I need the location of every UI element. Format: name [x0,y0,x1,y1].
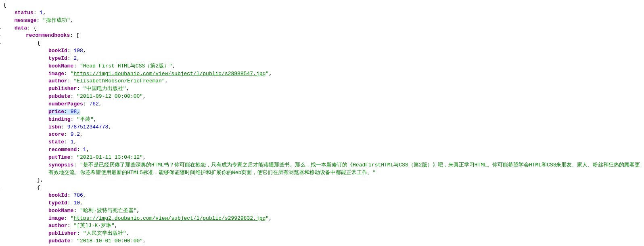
json-value: 2021-01-11 13:04:12 [77,154,143,160]
json-key: bookName [48,208,73,214]
json-key: putTime [48,154,71,160]
json-line: - recommendbooks: [ [3,32,641,40]
json-line: message: 操作成功, [3,17,641,25]
collapse-toggle-icon[interactable]: - [0,184,2,192]
collapse-toggle-icon[interactable]: - [0,25,2,32]
json-value: 9787512344778 [67,124,108,130]
json-value: 762 [89,101,98,107]
json-line: bookId: 198, [3,47,641,55]
json-key: recommend [48,147,77,153]
json-line: }, [3,177,641,184]
json-line: image: "https://img2.doubanio.com/view/s… [3,215,641,223]
json-value: 是不是已经厌倦了那些深奥的HTML书？你可能在抱怨，只有成为专家之后才能读懂那些… [48,162,640,176]
json-line: recommend: 1, [3,146,641,154]
collapse-toggle-icon[interactable]: - [0,32,2,40]
json-line: isbn: 9787512344778, [3,124,641,131]
json-value: 198 [73,48,83,54]
image-url-link[interactable]: https://img1.doubanio.com/view/subject/l… [73,71,266,77]
json-line: pubdate: 2018-10-01 00:00:00, [3,238,641,245]
json-line: synopsis: 是不是已经厌倦了那些深奥的HTML书？你可能在抱怨，只有成为… [3,162,641,177]
json-value: 98 [71,109,77,115]
json-key: synopsis [48,162,73,168]
json-value: 9.2 [71,131,80,137]
json-line: numberPages: 762, [3,101,641,108]
json-key: isbn [48,124,61,130]
json-key: typeId [48,200,67,206]
json-line: score: 9.2, [3,131,641,139]
json-key: image [48,215,64,221]
json-key: score [48,131,64,137]
json-key: state [48,139,64,145]
json-key: numberPages [48,101,83,107]
json-value: [英]J·K·罗琳 [73,223,114,229]
json-line: bookName: Head First HTML与CSS（第2版）, [3,63,641,70]
json-line: - { [3,40,641,47]
json-value: 2018-10-01 00:00:00 [77,238,143,244]
json-key: bookId [48,48,67,54]
json-key: message [15,17,37,23]
json-key: status [15,10,33,16]
json-line: - { [3,184,641,192]
json-value: 平装 [77,116,94,122]
json-key: price [48,109,64,115]
json-line: bookName: 哈利·波特与死亡圣器, [3,207,641,215]
json-line-highlighted: price: 98, [3,108,641,116]
json-line: author: ElisabethRobson/EricFreeman, [3,78,641,85]
json-value: 2011-09-12 00:00:00 [77,93,143,99]
json-value: 操作成功 [43,17,70,23]
json-key: pubdate [48,238,71,244]
json-line: binding: 平装, [3,116,641,124]
json-line: state: 1, [3,139,641,146]
json-line: image: "https://img1.doubanio.com/view/s… [3,70,641,78]
json-value: Head First HTML与CSS（第2版） [80,63,172,69]
image-url-link[interactable]: https://img2.doubanio.com/view/subject/l… [73,215,266,221]
json-key: typeId [48,55,67,61]
json-line: bookId: 786, [3,192,641,200]
json-line: status: 1, [3,9,641,17]
json-key: bookName [48,63,73,69]
json-line: typeId: 2, [3,55,641,63]
json-key: data [15,25,27,31]
json-value: 786 [73,192,83,198]
json-value: 1 [83,147,86,153]
json-key: binding [48,116,71,122]
collapse-toggle-icon[interactable]: - [0,40,2,47]
json-line: author: [英]J·K·罗琳, [3,222,641,230]
json-line: publisher: 人民文学出版社, [3,230,641,238]
json-line: - data: { [3,25,641,32]
json-line: putTime: 2021-01-11 13:04:12, [3,154,641,162]
json-value: 哈利·波特与死亡圣器 [80,208,136,214]
json-key: recommendbooks [26,32,70,38]
json-key: image [48,71,64,77]
json-line: typeId: 10, [3,200,641,207]
json-key: pubdate [48,93,71,99]
json-line: { [3,2,641,9]
json-key: publisher [48,86,77,92]
json-line: pubdate: 2011-09-12 00:00:00, [3,93,641,101]
json-value: 中国电力出版社 [83,86,126,92]
json-key: author [48,223,67,229]
json-value: ElisabethRobson/EricFreeman [73,78,165,84]
json-value: 人民文学出版社 [83,230,126,236]
json-value: 10 [73,200,80,206]
json-key: author [48,78,67,84]
json-key: bookId [48,192,67,198]
json-line: publisher: 中国电力出版社, [3,85,641,93]
json-key: publisher [48,230,77,236]
